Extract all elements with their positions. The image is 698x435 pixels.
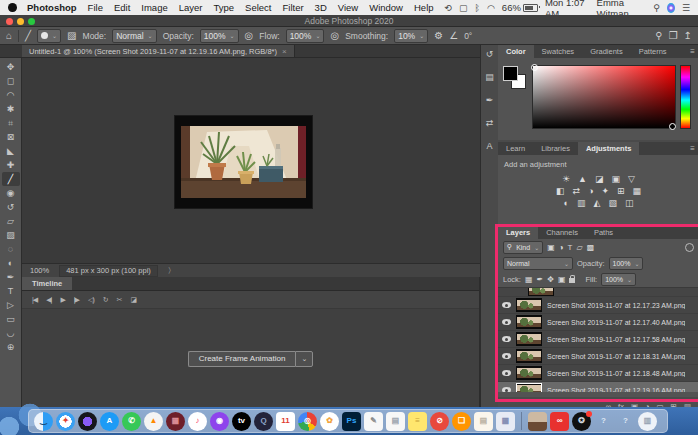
menu-filter[interactable]: Filter [282, 2, 303, 13]
brush-preset-picker[interactable]: ⌄ [37, 29, 61, 43]
tool-brush[interactable]: ╱ [2, 172, 20, 186]
menu-image[interactable]: Image [141, 2, 167, 13]
filter-shape-layers-icon[interactable]: ▱ [576, 243, 582, 252]
document-image[interactable] [175, 116, 312, 208]
menu-3d[interactable]: 3D [315, 2, 327, 13]
adjustment-threshold[interactable]: ◭ [594, 199, 601, 208]
layer-row-Screen Shot 2019-11-07 at 12.19.16 AM.png[interactable]: Screen Shot 2019-11-07 at 12.19.16 AM.pn… [498, 382, 698, 392]
filter-toggle-icon[interactable] [685, 243, 694, 252]
dock-app-photos[interactable]: ✿ [320, 412, 339, 431]
tool-eyedropper[interactable]: ◣ [2, 144, 20, 158]
flow-select[interactable]: 100%⌄ [286, 29, 325, 43]
dock-app-itunes[interactable]: ♪ [188, 412, 207, 431]
canvas-area[interactable] [22, 58, 480, 263]
layer-row-Screen Shot 2019-11-07 at 12.18.31 AM.png[interactable]: Screen Shot 2019-11-07 at 12.18.31 AM.pn… [498, 348, 698, 365]
layer-opacity-select[interactable]: 100%⌄ [609, 257, 644, 270]
layer-fill-select[interactable]: 100%⌄ [601, 273, 636, 286]
tab-timeline[interactable]: Timeline [22, 277, 72, 290]
layer-row-Screen Shot 2019-11-07 at 12.17.23 AM.png[interactable]: Screen Shot 2019-11-07 at 12.17.23 AM.pn… [498, 297, 698, 314]
tool-frame[interactable]: ⊠ [2, 130, 20, 144]
timeline-button-tween[interactable]: ✂ [117, 296, 122, 304]
dock-app-striped-doc[interactable]: ▦ [496, 412, 515, 431]
layer-visibility-eye-icon[interactable] [502, 302, 511, 308]
tool-move[interactable]: ✥ [2, 60, 20, 74]
adjustment-gradient-map[interactable]: ▧ [608, 199, 617, 208]
tab-3[interactable]: Patterns [631, 45, 675, 58]
adjustment-black-white[interactable]: ◑ [588, 187, 593, 196]
dock-app-quicktime[interactable]: Q [254, 412, 273, 431]
foreground-background-swatches[interactable] [503, 66, 527, 90]
layer-visibility-eye-icon[interactable] [502, 370, 511, 376]
battery-indicator[interactable]: 66% [502, 2, 538, 13]
blend-mode-select[interactable]: Normal⌄ [112, 29, 156, 43]
layer-thumbnail[interactable] [516, 315, 542, 329]
adjustment-levels[interactable]: ▲ [578, 175, 587, 184]
menu-layer[interactable]: Layer [179, 2, 203, 13]
lock-position-icon[interactable]: ✥ [547, 275, 554, 284]
tool-hand[interactable]: ◡ [2, 326, 20, 340]
collapsed-panel-brushes[interactable]: ▤ [485, 72, 494, 82]
timeline-button-first-frame[interactable]: |◀ [32, 296, 37, 304]
dock-app-textedit[interactable]: ✎ [364, 412, 383, 431]
dock-app-photo-booth[interactable]: ▦ [166, 412, 185, 431]
tool-lasso[interactable]: ◠ [2, 88, 20, 102]
zoom-level[interactable]: 100% [30, 266, 49, 275]
dock-item-obs[interactable]: ✪ [572, 412, 591, 431]
notification-center-icon[interactable]: ☰ [682, 3, 690, 13]
dock-app-podcasts[interactable]: ◉ [210, 412, 229, 431]
tool-type[interactable]: T [2, 284, 20, 298]
tab-1[interactable]: Libraries [533, 142, 578, 155]
layer-thumbnail[interactable] [516, 383, 542, 392]
timeline-button-duplicate-frame[interactable]: ◪ [130, 296, 136, 304]
adjustment-curves[interactable]: ◪ [595, 175, 604, 184]
filter-pixel-layers-icon[interactable]: ▣ [547, 243, 555, 252]
tool-eraser[interactable]: ▱ [2, 214, 20, 228]
collapsed-panel-brush-settings[interactable]: ✒ [486, 95, 494, 105]
tool-dodge[interactable]: ◐ [2, 256, 20, 270]
adjustment-channel-mixer[interactable]: ⊞ [617, 187, 625, 196]
adjustment-exposure[interactable]: ▣ [612, 175, 621, 184]
siri-icon[interactable] [667, 3, 675, 13]
tab-2[interactable]: Paths [586, 226, 621, 239]
close-document-icon[interactable]: × [282, 47, 287, 56]
tab-0[interactable]: Learn [498, 142, 533, 155]
timeline-button-previous-frame[interactable]: ◀| [46, 296, 51, 304]
menu-photoshop[interactable]: Photoshop [27, 2, 77, 13]
adjustment-invert[interactable]: ◐ [564, 199, 569, 208]
layer-thumbnail[interactable] [516, 349, 542, 363]
timeline-button-next-frame[interactable]: |▶ [74, 296, 79, 304]
share-icon[interactable]: ↥ [684, 31, 692, 41]
tool-path-selection[interactable]: ▷ [2, 298, 20, 312]
layer-visibility-eye-icon[interactable] [502, 353, 511, 359]
lock-artboard-icon[interactable]: ▣ [558, 275, 566, 284]
layer-row-partial[interactable] [498, 288, 698, 297]
home-icon[interactable]: ⌂ [6, 31, 12, 41]
panel-menu-icon[interactable]: ≡ [690, 45, 698, 58]
tool-magic-wand[interactable]: ✱ [2, 102, 20, 116]
adjustment-hue-saturation[interactable]: ◧ [556, 187, 565, 196]
dock-app-apple-tv[interactable]: tv [232, 412, 251, 431]
menu-help[interactable]: Help [414, 2, 434, 13]
layer-row-Screen Shot 2019-11-07 at 12.18.48 AM.png[interactable]: Screen Shot 2019-11-07 at 12.18.48 AM.pn… [498, 365, 698, 382]
workspace-switcher-icon[interactable]: ❐ [669, 31, 678, 41]
menu-edit[interactable]: Edit [114, 2, 130, 13]
dock-item-missing-app-1[interactable]: ? [594, 412, 613, 431]
dock-item-missing-app-2[interactable]: ? [616, 412, 635, 431]
tool-zoom[interactable]: ⊕ [2, 340, 20, 354]
toggle-brush-panel-icon[interactable]: ▨ [67, 31, 76, 41]
collapsed-panel-character[interactable]: A [486, 141, 492, 151]
timeline-button-loop[interactable]: ↻ [103, 296, 108, 304]
tool-marquee[interactable]: ◻ [2, 74, 20, 88]
smoothing-select[interactable]: 10%⌄ [394, 29, 428, 43]
tool-clone-stamp[interactable]: ◉ [2, 186, 20, 200]
collapsed-panel-paragraph[interactable]: ⇄ [486, 118, 494, 128]
dock-item-creative-cloud[interactable]: ∞ [550, 412, 569, 431]
tab-0[interactable]: Color [498, 45, 534, 58]
brush-angle-value[interactable]: 0° [464, 31, 472, 41]
tab-1[interactable]: Channels [538, 226, 586, 239]
tool-gradient[interactable]: ▨ [2, 228, 20, 242]
menu-type[interactable]: Type [213, 2, 234, 13]
wifi-icon[interactable]: ◠ [487, 3, 495, 13]
menu-window[interactable]: Window [369, 2, 403, 13]
display-icon[interactable]: ▢ [459, 3, 468, 13]
